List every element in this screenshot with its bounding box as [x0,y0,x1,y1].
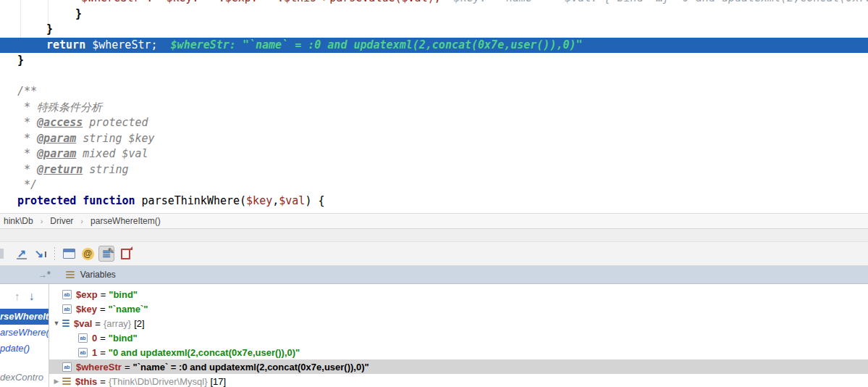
array-value: "bind" [109,333,138,344]
variables-tree: ab $exp = "bind" ab $key = "`name`" ▼ $v… [49,284,868,387]
array-item-row[interactable]: ab 0 = "bind" [49,330,868,345]
function-name: parseThinkWhere [135,194,240,207]
variable-name: $this [75,376,97,387]
variable-name: $whereStr [76,362,122,373]
variable-name: $exp [76,289,98,300]
collapse-triangle-icon[interactable]: ▶ [51,378,62,385]
clipboard-icon [121,249,130,259]
string-value-icon: ab [62,362,72,372]
frames-gap [0,357,49,370]
at-icon: @ [82,248,94,260]
debug-toolbar: ↗ ↘I @ ≣✎ [0,242,868,265]
breadcrumb-item-class[interactable]: Driver [47,216,76,226]
clipped-icon [0,249,4,259]
string-value-icon: ab [78,333,88,343]
array-value-icon [62,320,69,327]
expand-triangle-icon[interactable]: ▼ [51,320,62,327]
code-text: $whereStr .= $key.' '.$exp.' '.$this->pa… [81,0,441,4]
doc-tag: @return [37,163,83,176]
variable-size: [2] [131,318,144,329]
variable-size: [17] [207,376,226,387]
variable-value: "bind" [109,289,138,300]
variable-name: $key [76,304,97,315]
parameter: $val [279,194,305,207]
frames-panel: ↑ ↓ rseWhereIt arseWhere( pdate() dexCon… [0,284,49,387]
code-editor[interactable]: $whereStr .= $key.' '.$exp.' '.$this->pa… [0,0,868,213]
stack-frame[interactable]: pdate() [0,341,49,357]
variables-panel-header: →* Variables [0,265,868,284]
string-value-icon: ab [62,290,72,299]
variable-row[interactable]: ▼ $val = {array} [2] [49,316,868,330]
doc-tag: @param [37,147,76,160]
string-value-icon: ab [62,304,72,314]
variable-type: {array} [104,318,131,329]
string-value-icon: ab [78,348,88,357]
code-line-clipped: $whereStr .= $key.' '.$exp.' '.$this->pa… [0,0,868,7]
docblock-access: * @access protected [0,115,868,131]
array-key: 1 [92,347,97,358]
keyword: protected function [17,194,135,207]
variables-panel-title: Variables [80,270,116,280]
breadcrumb-separator: › [36,217,48,225]
variables-list-icon [66,271,75,278]
parameter: $key [246,194,272,207]
variable-value: "`name`" [109,304,148,315]
docblock-summary: * 特殊条件分析 [0,100,868,116]
run-to-cursor-button[interactable]: ↘I [33,246,49,262]
return-keyword: return [46,38,85,51]
blank-line [0,69,868,85]
breadcrumb-item-namespace[interactable]: hink\Db [1,216,36,226]
variable-row-selected[interactable]: ab $whereStr = "`name` = :0 and updatexm… [49,359,868,374]
doc-tag: @access [37,116,83,129]
variable-row[interactable]: ab $key = "`name`" [49,301,868,316]
docblock-open: /** [0,84,868,100]
variable-row[interactable]: ▶ $this = {Think\Db\Driver\Mysql} [17] [49,374,868,387]
step-out-icon: ↗ [17,249,28,259]
stack-frame[interactable]: dexContro [0,370,49,386]
customize-data-views-button[interactable]: ≣✎ [98,246,114,262]
docblock-param: * @param string $key [0,131,868,147]
toolbar-separator [54,247,55,260]
phpstorm-debug-window: $whereStr .= $key.' '.$exp.' '.$this->pa… [0,0,868,387]
frame-up-arrow-icon[interactable]: ↑ [14,290,20,302]
variable-value: "`name` = :0 and updatexml(2,concat(0x7e… [132,362,368,373]
breadcrumb-separator: › [76,217,88,225]
code-line: } [0,22,868,38]
code-line: } [0,53,868,69]
show-values-inline-button[interactable]: @ [80,246,96,262]
evaluate-expression-button[interactable] [61,246,77,262]
code-line: } [0,7,868,22]
stack-frame-selected[interactable]: rseWhereIt [0,309,49,325]
pencil-icon: ✎ [108,246,114,256]
variable-name: $val [74,318,92,329]
inline-debug-hint: $whereStr: "`name` = :0 and updatexml(2,… [171,38,583,51]
calculator-icon [63,249,75,259]
array-key: 0 [92,333,97,344]
frame-down-arrow-icon[interactable]: ↓ [29,290,35,303]
breadcrumb-item-method[interactable]: parseWhereItem() [88,216,164,226]
breadcrumb: hink\Db › Driver › parseWhereItem() [0,213,868,229]
variable-row[interactable]: ab $exp = "bind" [49,287,868,301]
arrow-icon[interactable]: →* [38,270,51,280]
debug-toolwindow-strip [0,229,868,242]
run-to-cursor-icon: ↘I [35,247,46,260]
variable-type: {Think\Db\Driver\Mysql} [109,376,208,387]
step-out-button[interactable]: ↗ [14,246,30,262]
object-value-icon [62,378,71,385]
docblock-close: */ [0,178,868,194]
docblock-return: * @return string [0,162,868,178]
docblock-param: * @param mixed $val [0,146,868,162]
doc-tag: @param [37,132,76,145]
function-signature-line: protected function parseThinkWhere($key,… [0,194,868,209]
stack-frame[interactable]: arseWhere( [0,325,49,341]
inline-debug-hint: $key: "`name`" $val: {'bind' …} "0 and u… [454,0,868,4]
restore-layout-button[interactable] [117,246,133,262]
execution-point-line[interactable]: return $whereStr; $whereStr: "`name` = :… [0,38,868,54]
array-item-row[interactable]: ab 1 = "0 and updatexml(2,concat(0x7e,us… [49,345,868,359]
array-value: "0 and updatexml(2,concat(0x7e,user()),0… [109,347,300,358]
